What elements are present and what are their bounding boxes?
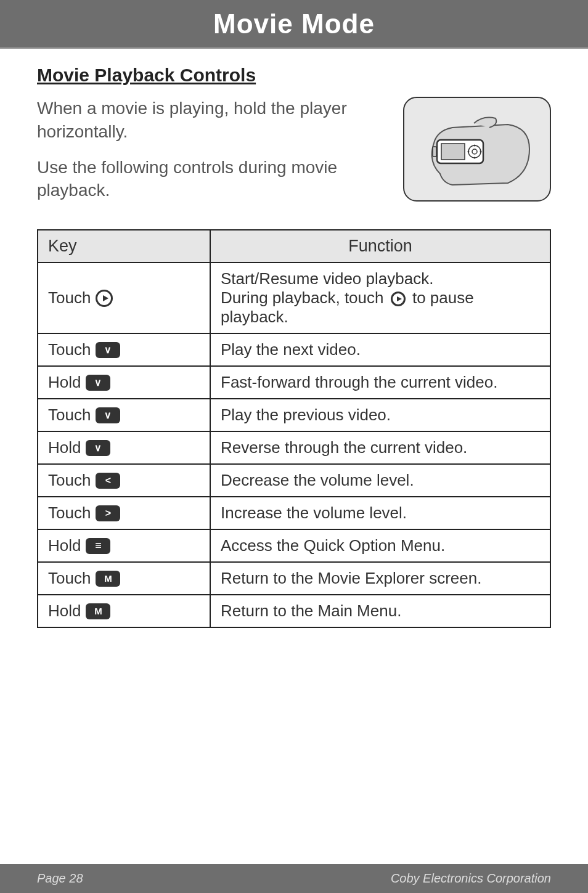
svg-point-4 [474,145,476,147]
table-header-row: Key Function [38,230,550,263]
key-action-text: Touch [48,569,91,588]
header-function: Function [210,230,550,263]
function-cell: Decrease the volume level. [210,464,550,497]
table-row: Touch Increase the volume level. [38,497,550,529]
chevron-down-icon [96,342,120,358]
key-label: Touch [48,569,120,588]
key-cell: Touch [38,333,210,366]
key-cell: Hold [38,595,210,627]
table-row: Touch Decrease the volume level. [38,464,550,497]
footer-page-number: Page 28 [37,871,83,886]
intro-paragraph-2: Use the following controls during movie … [37,156,391,203]
page-root: Movie Mode Movie Playback Controls When … [0,0,588,893]
key-cell: Hold [38,529,210,562]
function-cell: Access the Quick Option Menu. [210,529,550,562]
header-key: Key [38,230,210,263]
key-label: Touch [48,471,120,490]
key-action-text: Hold [48,438,81,457]
chevron-down-icon [86,440,110,456]
page-title: Movie Mode [0,9,588,39]
key-cell: Hold [38,431,210,464]
key-label: Touch [48,406,120,425]
table-row: Touch Play the next video. [38,333,550,366]
key-cell: Touch [38,562,210,595]
chevron-down-icon [96,407,120,423]
key-action-text: Hold [48,601,81,621]
svg-rect-1 [441,144,465,160]
table-row: Touch Play the previous video. [38,399,550,431]
table-body: Touch Start/Resume video playback. Durin… [38,263,550,627]
key-cell: Touch [38,497,210,529]
hand-holding-device-icon [415,106,539,192]
section-heading: Movie Playback Controls [37,65,551,86]
svg-point-6 [468,151,470,153]
m-button-icon [96,571,120,587]
content-area: Movie Playback Controls When a movie is … [0,49,588,864]
key-action-text: Touch [48,471,91,490]
table-row: Touch Start/Resume video playback. Durin… [38,263,550,333]
chevron-left-icon [96,473,120,489]
intro-text-block: When a movie is playing, hold the player… [37,97,391,214]
table-row: Hold Return to the Main Menu. [38,595,550,627]
footer-company: Coby Electronics Corporation [391,871,551,886]
svg-rect-8 [433,147,436,157]
function-cell: Fast-forward through the current video. [210,366,550,399]
key-action-text: Touch [48,406,91,425]
key-label: Touch [48,504,120,523]
key-cell: Touch [38,464,210,497]
function-cell: Play the previous video. [210,399,550,431]
key-cell: Hold [38,366,210,399]
function-cell: Return to the Main Menu. [210,595,550,627]
m-button-icon [86,603,110,619]
key-cell: Touch [38,263,210,333]
play-circle-icon [391,292,406,306]
controls-table: Key Function Touch Start/Resume video pl… [37,229,551,628]
key-label: Hold [48,373,110,392]
key-cell: Touch [38,399,210,431]
hold-horizontal-illustration [403,97,551,202]
table-row: Hold Access the Quick Option Menu. [38,529,550,562]
key-label: Touch [48,340,120,359]
page-footer: Page 28 Coby Electronics Corporation [0,864,588,893]
key-action-text: Touch [48,288,91,308]
key-action-text: Hold [48,536,81,555]
table-row: Touch Return to the Movie Explorer scree… [38,562,550,595]
key-action-text: Touch [48,504,91,523]
key-action-text: Touch [48,340,91,359]
chevron-down-icon [86,375,110,391]
function-cell: Play the next video. [210,333,550,366]
table-row: Hold Reverse through the current video. [38,431,550,464]
key-label: Touch [48,288,113,308]
title-bar: Movie Mode [0,0,588,49]
svg-point-5 [474,157,476,159]
intro-paragraph-1: When a movie is playing, hold the player… [37,97,391,144]
key-label: Hold [48,601,110,621]
svg-point-7 [480,151,482,153]
play-circle-icon [96,290,113,307]
table-row: Hold Fast-forward through the current vi… [38,366,550,399]
function-cell: Reverse through the current video. [210,431,550,464]
function-cell: Return to the Movie Explorer screen. [210,562,550,595]
chevron-right-icon [96,505,120,521]
function-cell: Start/Resume video playback. During play… [210,263,550,333]
key-label: Hold [48,438,110,457]
intro-row: When a movie is playing, hold the player… [37,97,551,214]
function-cell: Increase the volume level. [210,497,550,529]
key-action-text: Hold [48,373,81,392]
key-label: Hold [48,536,110,555]
menu-icon [86,538,110,554]
